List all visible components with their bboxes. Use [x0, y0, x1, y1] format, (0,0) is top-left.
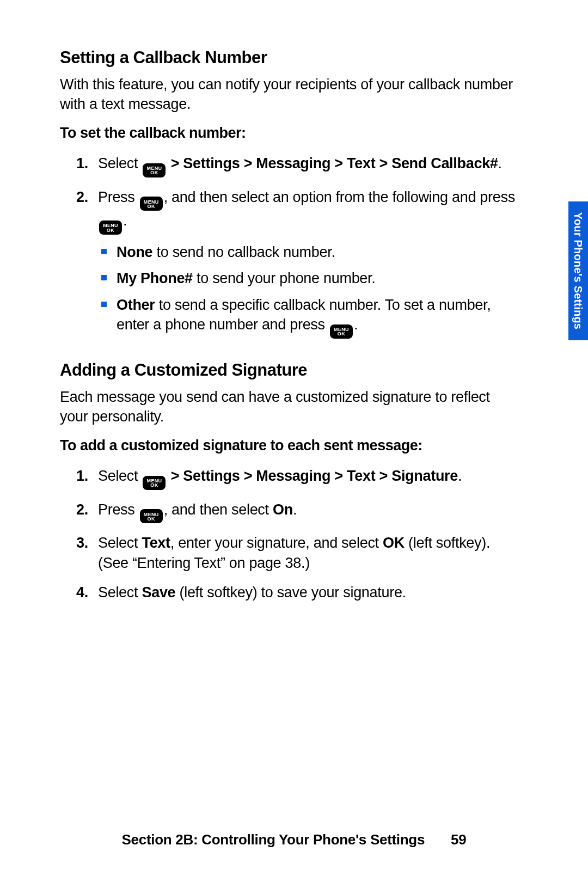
step-item: 4. Select Save (left softkey) to save yo… — [60, 583, 517, 602]
text: Press — [98, 189, 139, 205]
text: . — [123, 212, 127, 229]
step-number: 3. — [76, 533, 98, 573]
bullet-item: Other to send a specific callback number… — [98, 295, 517, 339]
text: . — [458, 468, 462, 484]
step-item: 2. Press MENUOK, and then select an opti… — [60, 187, 517, 345]
step-number: 1. — [76, 466, 98, 490]
option-save: Save — [142, 584, 175, 601]
text: . — [293, 501, 297, 518]
text: to send no callback number. — [152, 244, 335, 260]
step-content: Select Save (left softkey) to save your … — [98, 583, 517, 602]
step-item: 3. Select Text, enter your signature, an… — [60, 533, 517, 573]
text: , and then select an option from the fol… — [164, 189, 515, 205]
page-footer: Section 2B: Controlling Your Phone's Set… — [0, 831, 588, 848]
text: . — [354, 316, 358, 333]
steps-signature: 1. Select MENUOK > Settings > Messaging … — [60, 466, 517, 603]
text: Select — [98, 584, 142, 601]
text: Press — [98, 501, 139, 518]
step-number: 1. — [76, 154, 98, 177]
bullet-item: None to send no callback number. — [98, 242, 517, 262]
option-bullets: None to send no callback number. My Phon… — [98, 242, 517, 339]
text: . — [498, 155, 502, 171]
text: (left softkey) to save your signature. — [175, 584, 406, 601]
heading-signature: Adding a Customized Signature — [60, 360, 517, 380]
menu-ok-key-icon: MENUOK — [140, 197, 163, 211]
nav-path: > Settings > Messaging > Text > Send Cal… — [167, 155, 498, 171]
footer-section-title: Section 2B: Controlling Your Phone's Set… — [122, 831, 425, 848]
subheading-callback: To set the callback number: — [60, 125, 517, 142]
step-content: Press MENUOK, and then select an option … — [98, 187, 517, 345]
side-tab-label: Your Phone's Settings — [572, 212, 585, 329]
step-content: Select Text, enter your signature, and s… — [98, 533, 517, 573]
text: , enter your signature, and select — [170, 535, 383, 551]
step-item: 1. Select MENUOK > Settings > Messaging … — [60, 154, 517, 177]
step-number: 2. — [76, 500, 98, 524]
subheading-signature: To add a customized signature to each se… — [60, 437, 517, 454]
intro-signature: Each message you send can have a customi… — [60, 388, 517, 426]
text: to send your phone number. — [193, 270, 376, 286]
intro-callback: With this feature, you can notify your r… — [60, 75, 517, 114]
text: to send a specific callback number. To s… — [117, 297, 491, 333]
manual-page: Setting a Callback Number With this feat… — [0, 0, 588, 882]
text: Select — [98, 468, 142, 484]
step-content: Press MENUOK, and then select On. — [98, 500, 517, 524]
menu-ok-key-icon: MENUOK — [143, 163, 166, 177]
option-text: Text — [142, 535, 170, 551]
content-area: Setting a Callback Number With this feat… — [60, 48, 517, 603]
option-ok: OK — [383, 535, 405, 551]
option-label: None — [117, 244, 152, 260]
step-number: 4. — [76, 583, 98, 602]
step-item: 1. Select MENUOK > Settings > Messaging … — [60, 466, 517, 490]
menu-ok-key-icon: MENUOK — [330, 324, 353, 339]
bullet-item: My Phone# to send your phone number. — [98, 268, 517, 288]
text: , and then select — [164, 501, 273, 518]
text: Select — [98, 535, 142, 551]
menu-ok-key-icon: MENUOK — [143, 476, 166, 490]
steps-callback: 1. Select MENUOK > Settings > Messaging … — [60, 154, 517, 345]
menu-ok-key-icon: MENUOK — [140, 509, 163, 523]
heading-callback: Setting a Callback Number — [60, 48, 517, 68]
page-number: 59 — [451, 831, 466, 848]
step-number: 2. — [76, 187, 98, 345]
nav-path: > Settings > Messaging > Text > Signatur… — [167, 468, 458, 484]
step-content: Select MENUOK > Settings > Messaging > T… — [98, 466, 517, 490]
text: Select — [98, 155, 142, 171]
step-content: Select MENUOK > Settings > Messaging > T… — [98, 154, 517, 177]
option-label: Other — [117, 297, 155, 313]
step-item: 2. Press MENUOK, and then select On. — [60, 500, 517, 524]
menu-ok-key-icon: MENUOK — [99, 220, 122, 235]
option-label: My Phone# — [117, 270, 193, 286]
option-on: On — [273, 501, 293, 518]
side-tab: Your Phone's Settings — [568, 201, 588, 340]
